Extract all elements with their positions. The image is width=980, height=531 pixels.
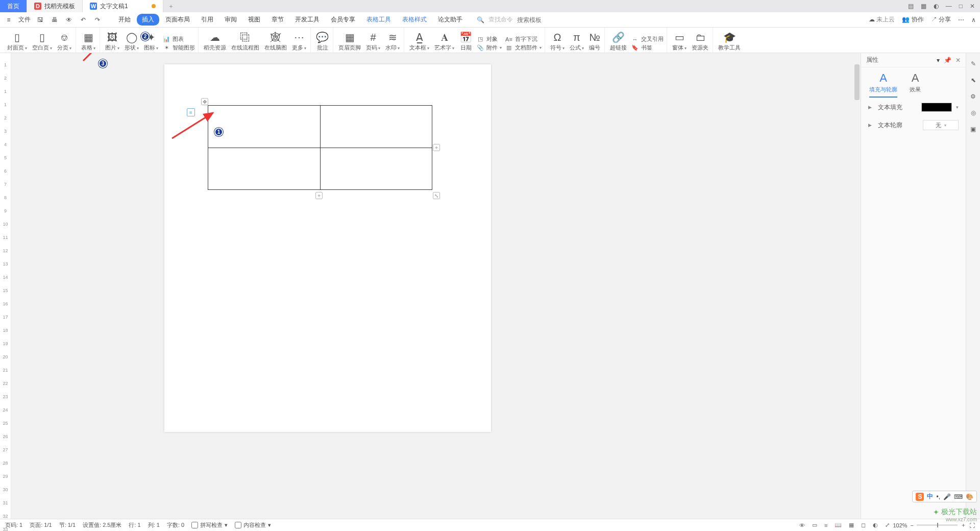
attachment-button[interactable]: 📎附件: [476, 44, 502, 52]
menu-view[interactable]: 视图: [243, 14, 265, 26]
layers-tool-icon[interactable]: ▣: [970, 126, 976, 133]
night-mode-icon[interactable]: ◐: [873, 522, 878, 528]
inserted-table[interactable]: [208, 105, 432, 190]
redo-icon[interactable]: ↷: [93, 15, 102, 25]
view-focus-icon[interactable]: ◻: [861, 522, 866, 528]
page-break-button[interactable]: ⎊分页: [56, 31, 72, 52]
docer-resource-button[interactable]: ☁稻壳资源: [203, 31, 227, 52]
wordart-button[interactable]: 𝐀艺术字: [433, 31, 455, 52]
header-footer-button[interactable]: ▦页眉页脚: [337, 31, 362, 52]
textbox-button[interactable]: A̲文本框: [408, 31, 430, 52]
menu-start[interactable]: 开始: [113, 14, 136, 26]
options-icon[interactable]: ⋯: [958, 16, 964, 23]
teaching-tools-button[interactable]: 🎓教学工具: [717, 31, 742, 52]
table-move-handle[interactable]: ✥: [201, 98, 208, 105]
menu-layout[interactable]: 页面布局: [160, 14, 195, 26]
ime-skin-icon[interactable]: 🎨: [966, 493, 973, 500]
pin-icon[interactable]: 📌: [944, 57, 951, 64]
page-number-button[interactable]: #页码: [365, 31, 381, 52]
panel-tab-effects[interactable]: A效果: [910, 71, 921, 98]
object-button[interactable]: ◳对象: [476, 35, 502, 43]
undo-icon[interactable]: ↶: [79, 15, 88, 25]
ime-keyboard-icon[interactable]: ⌨: [954, 493, 963, 500]
table-add-row-handle[interactable]: ＋: [315, 192, 323, 199]
vertical-scrollbar[interactable]: [853, 62, 861, 519]
contentcheck-toggle[interactable]: 内容检查 ▾: [235, 521, 271, 529]
status-page-of[interactable]: 页面: 1/1: [30, 521, 52, 529]
table-add-column-handle[interactable]: ＋: [433, 144, 440, 151]
dropcap-button[interactable]: A≡首字下沉: [505, 35, 542, 43]
target-tool-icon[interactable]: ◎: [971, 109, 976, 116]
blank-page-button[interactable]: ▯空白页: [31, 31, 53, 52]
new-tab-button[interactable]: ＋: [163, 0, 179, 12]
maximize-button[interactable]: □: [959, 3, 963, 10]
tab-home[interactable]: 首页: [0, 0, 27, 12]
apps-icon[interactable]: ▦: [921, 3, 926, 10]
fullscreen-icon[interactable]: ⛶: [969, 522, 975, 528]
app-menu-icon[interactable]: ≡: [4, 15, 13, 25]
chevron-down-icon[interactable]: ▾: [937, 57, 940, 64]
table-resize-handle[interactable]: ⤡: [433, 192, 440, 199]
menu-developer[interactable]: 开发工具: [290, 14, 325, 26]
ime-toolbar[interactable]: S 中 •, 🎤 ⌨ 🎨: [912, 491, 977, 502]
expand-icon[interactable]: ▶: [868, 105, 872, 110]
menu-references[interactable]: 引用: [196, 14, 218, 26]
shape-button[interactable]: ◯形状: [124, 31, 140, 52]
menu-insert[interactable]: 插入: [137, 14, 159, 26]
date-button[interactable]: 📅日期: [458, 31, 473, 52]
save-icon[interactable]: 🖫: [36, 15, 45, 25]
zoom-fit-icon[interactable]: ⤢: [885, 522, 890, 528]
view-page-icon[interactable]: ▭: [812, 522, 817, 528]
cover-page-button[interactable]: ▯封面页: [6, 31, 28, 52]
table-button[interactable]: ▦表格: [80, 31, 96, 52]
text-outline-row[interactable]: ▶ 文本轮廓 无: [868, 120, 959, 130]
menu-thesis[interactable]: 论文助手: [433, 14, 468, 26]
panel-tab-fill[interactable]: A填充与轮廓: [869, 71, 897, 98]
vertical-ruler[interactable]: 1211 2345 6789 10111213 14151617 1819202…: [0, 53, 11, 519]
collaborate-button[interactable]: 👥 协作: [902, 15, 923, 24]
online-flowchart-button[interactable]: ⿻在线流程图: [230, 31, 260, 52]
resource-folder-button[interactable]: 🗀资源夹: [691, 31, 709, 52]
file-menu[interactable]: 文件: [18, 15, 31, 24]
outline-select[interactable]: 无: [923, 120, 959, 130]
user-avatar-icon[interactable]: ◐: [934, 3, 939, 10]
status-column[interactable]: 列: 1: [148, 521, 160, 529]
watermark-button[interactable]: ≋水印: [384, 31, 401, 52]
command-search[interactable]: 🔍 查找命令: [477, 15, 578, 24]
close-panel-icon[interactable]: ✕: [955, 57, 961, 64]
menu-chapter[interactable]: 章节: [266, 14, 289, 26]
document-area[interactable]: ✥ ≡ ＋ ＋ ⤡ 1: [11, 53, 861, 519]
numbering-button[interactable]: №编号: [588, 31, 601, 52]
status-section[interactable]: 节: 1/1: [59, 521, 76, 529]
crossref-button[interactable]: ↔交叉引用: [631, 35, 664, 43]
close-button[interactable]: ✕: [970, 3, 975, 10]
share-button[interactable]: ↗ 分享: [931, 15, 951, 24]
zoom-slider[interactable]: [917, 524, 958, 526]
menu-table-style[interactable]: 表格样式: [397, 14, 432, 26]
ime-mic-icon[interactable]: 🎤: [943, 493, 951, 500]
status-line[interactable]: 行: 1: [129, 521, 140, 529]
expand-icon[interactable]: ▶: [868, 123, 872, 128]
minimize-button[interactable]: —: [946, 3, 952, 10]
zoom-out-button[interactable]: −: [911, 522, 914, 528]
online-mindmap-button[interactable]: 🕸在线脑图: [263, 31, 288, 52]
zoom-in-button[interactable]: ＋: [961, 521, 966, 529]
zoom-value[interactable]: 102%: [893, 522, 907, 528]
page[interactable]: ✥ ≡ ＋ ＋ ⤡ 1: [164, 64, 491, 432]
settings-tool-icon[interactable]: ⚙: [970, 93, 976, 100]
preview-icon[interactable]: 👁: [64, 15, 74, 25]
symbol-button[interactable]: Ω符号: [549, 31, 566, 52]
status-position[interactable]: 设置值: 2.5厘米: [83, 521, 121, 529]
ime-punct-icon[interactable]: •,: [936, 493, 940, 500]
hyperlink-button[interactable]: 🔗超链接: [609, 31, 628, 52]
tab-templates[interactable]: D 找稻壳模板: [27, 0, 83, 12]
smartart-button[interactable]: ✶智能图形: [162, 44, 195, 52]
view-outline-icon[interactable]: ≡: [824, 522, 827, 528]
select-tool-icon[interactable]: ⬉: [971, 77, 976, 84]
cloud-status[interactable]: ☁ 未上云: [869, 15, 895, 24]
form-button[interactable]: ▭窗体: [671, 31, 688, 52]
spellcheck-toggle[interactable]: 拼写检查 ▾: [191, 521, 228, 529]
layout-icon[interactable]: ▤: [908, 3, 914, 10]
status-word-count[interactable]: 字数: 0: [167, 521, 184, 529]
print-icon[interactable]: 🖶: [50, 15, 59, 25]
